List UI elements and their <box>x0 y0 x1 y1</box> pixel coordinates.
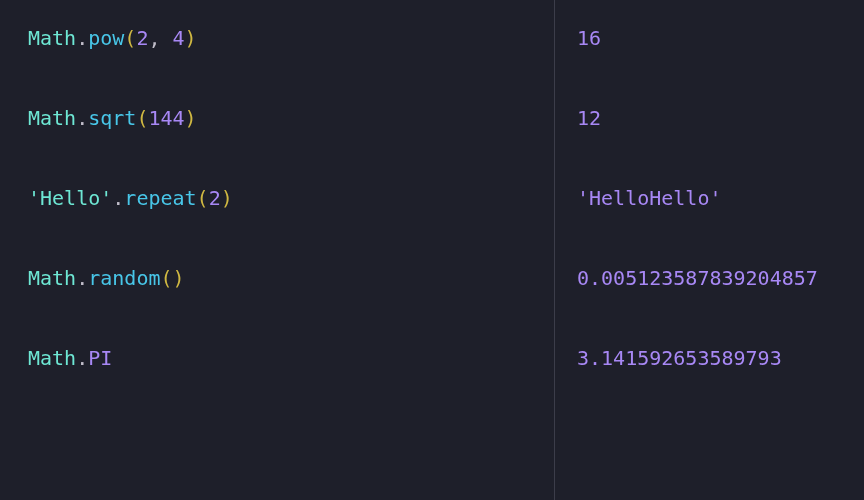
code-token: . <box>76 26 88 50</box>
code-token: ) <box>221 186 233 210</box>
output-value: 'HelloHello' <box>577 186 722 210</box>
repl-input-row[interactable]: Math.random() <box>28 264 554 344</box>
repl-output-row: 12 <box>577 104 864 184</box>
code-token: repeat <box>124 186 196 210</box>
code-token: Math <box>28 346 76 370</box>
code-token: random <box>88 266 160 290</box>
output-value: 0.005123587839204857 <box>577 266 818 290</box>
code-token: sqrt <box>88 106 136 130</box>
code-token: ( <box>124 26 136 50</box>
output-value: 3.141592653589793 <box>577 346 782 370</box>
repl-input-row[interactable]: Math.sqrt(144) <box>28 104 554 184</box>
code-token: . <box>76 106 88 130</box>
code-token: Math <box>28 106 76 130</box>
code-token: 144 <box>148 106 184 130</box>
code-token: ( <box>160 266 172 290</box>
repl-container: Math.pow(2, 4)Math.sqrt(144)'Hello'.repe… <box>0 0 864 500</box>
repl-input-row[interactable]: Math.PI <box>28 344 554 424</box>
code-token: . <box>76 346 88 370</box>
code-token: 2 <box>209 186 221 210</box>
code-token: PI <box>88 346 112 370</box>
repl-output-row: 'HelloHello' <box>577 184 864 264</box>
code-token: 4 <box>173 26 185 50</box>
code-token: , <box>148 26 172 50</box>
output-value: 12 <box>577 106 601 130</box>
code-token: Math <box>28 26 76 50</box>
code-token: ( <box>136 106 148 130</box>
output-value: 16 <box>577 26 601 50</box>
input-panel: Math.pow(2, 4)Math.sqrt(144)'Hello'.repe… <box>0 0 555 500</box>
repl-output-row: 0.005123587839204857 <box>577 264 864 344</box>
code-token: Math <box>28 266 76 290</box>
code-token: . <box>76 266 88 290</box>
code-token: 2 <box>136 26 148 50</box>
output-panel: 1612'HelloHello'0.0051235878392048573.14… <box>555 0 864 500</box>
code-token: ( <box>197 186 209 210</box>
code-token: 'Hello' <box>28 186 112 210</box>
repl-output-row: 16 <box>577 24 864 104</box>
code-token: . <box>112 186 124 210</box>
repl-input-row[interactable]: Math.pow(2, 4) <box>28 24 554 104</box>
code-token: pow <box>88 26 124 50</box>
code-token: ) <box>185 106 197 130</box>
code-token: ) <box>185 26 197 50</box>
repl-output-row: 3.141592653589793 <box>577 344 864 424</box>
code-token: ) <box>173 266 185 290</box>
repl-input-row[interactable]: 'Hello'.repeat(2) <box>28 184 554 264</box>
